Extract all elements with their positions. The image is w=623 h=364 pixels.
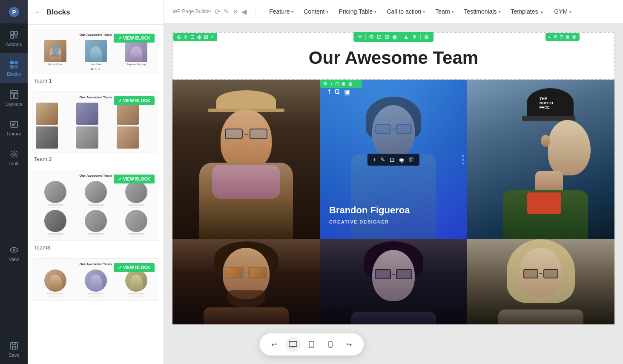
mini-person-2: Joan Doe bbox=[76, 40, 115, 66]
row-box-icon[interactable]: ⊡ bbox=[190, 34, 195, 40]
svg-rect-11 bbox=[14, 94, 18, 98]
nav-item-content[interactable]: Content ▾ bbox=[299, 0, 333, 23]
view-block-btn-team2[interactable]: ↗VIEW BLOCK bbox=[114, 96, 155, 105]
undo-button[interactable]: ↩ bbox=[267, 337, 282, 352]
nav-item-pricing[interactable]: Pricing Table ▾ bbox=[333, 0, 382, 23]
section-duplicate-icon[interactable]: ⊞ bbox=[385, 34, 389, 40]
section-up-icon[interactable]: ▲ bbox=[403, 34, 409, 40]
view-block-btn-team1[interactable]: ↗VIEW BLOCK bbox=[114, 34, 155, 43]
block-item-team1[interactable]: ↗VIEW BLOCK Our Awesome Team Michel Clar… bbox=[32, 29, 159, 85]
section-delete-icon[interactable]: 🗑 bbox=[424, 34, 429, 40]
svg-rect-2 bbox=[11, 32, 14, 34]
blocks-panel-header: ← Blocks bbox=[28, 0, 164, 25]
main-content: WP Page Builder ⟳ ✎ ✕ ◀ Feature ▾ Conten… bbox=[164, 0, 623, 364]
nav-item-cta[interactable]: Call to action ▾ bbox=[382, 0, 430, 23]
card2-plus2-icon[interactable]: + bbox=[356, 81, 358, 86]
block-item-team2[interactable]: ↗VIEW BLOCK Our Awesome Team bbox=[32, 92, 159, 163]
col-add-icon[interactable]: + bbox=[548, 34, 551, 40]
close-icon[interactable]: ✕ bbox=[233, 8, 238, 16]
top-nav: WP Page Builder ⟳ ✎ ✕ ◀ Feature ▾ Conten… bbox=[164, 0, 623, 23]
library-label: Library bbox=[7, 131, 21, 136]
card1-photo bbox=[172, 80, 320, 239]
sidebar-item-tools[interactable]: Tools bbox=[0, 143, 28, 172]
content-chevron: ▾ bbox=[326, 9, 328, 14]
svg-point-19 bbox=[311, 347, 312, 347]
row-link-icon[interactable]: ◉ bbox=[197, 34, 201, 40]
widget-link-icon[interactable]: ◉ bbox=[399, 156, 404, 163]
nav-item-gym[interactable]: GYM ▾ bbox=[549, 0, 577, 23]
widget-copy-icon[interactable]: ⊡ bbox=[390, 156, 395, 163]
row-plus-icon[interactable]: + bbox=[211, 34, 214, 40]
card2-person-role: CREATIVE DESIGNER bbox=[329, 219, 389, 224]
card2-link-icon[interactable]: ◉ bbox=[342, 81, 346, 86]
col-copy2-icon[interactable]: ⊡ bbox=[560, 34, 563, 40]
block-preview-team4: ↗VIEW BLOCK Our Awesome Team bbox=[32, 258, 159, 301]
section-wrapper: ✛ ⚙ ⊡ ⊞ ◉ ▲ ▼ 🗑 ⊕ ✛ ⊡ ◉ ⊞ bbox=[172, 32, 614, 324]
card2-settings-icon[interactable]: ⚙ bbox=[323, 81, 327, 86]
app-logo: P bbox=[0, 0, 28, 23]
section-settings-icon[interactable]: ⚙ bbox=[369, 34, 374, 40]
view-block-btn-team4[interactable]: ↗VIEW BLOCK bbox=[114, 263, 155, 272]
sidebar-item-blocks[interactable]: Blocks bbox=[0, 53, 28, 83]
widget-add-icon[interactable]: + bbox=[373, 156, 376, 163]
builder-title: WP Page Builder bbox=[172, 9, 211, 14]
team3-grid-bot bbox=[36, 210, 155, 237]
nav-item-testimonials[interactable]: Testimonials ▾ bbox=[459, 0, 506, 23]
twitch-icon[interactable]: ▣ bbox=[344, 88, 350, 96]
card2-add-icon[interactable]: + bbox=[330, 81, 333, 86]
row-settings-icon[interactable]: ✛ bbox=[184, 34, 188, 40]
collapse-icon[interactable]: ◀ bbox=[241, 8, 247, 16]
widget-edit-icon[interactable]: ✎ bbox=[380, 156, 385, 163]
col-link2-icon[interactable]: ◉ bbox=[566, 34, 570, 40]
cta-chevron: ▾ bbox=[423, 9, 425, 14]
nav-item-feature[interactable]: Feature ▾ bbox=[264, 0, 299, 23]
team-card-2[interactable]: ⚙ + ⊡ ◉ 🗑 + bbox=[320, 80, 467, 239]
builder-controls: WP Page Builder ⟳ ✎ ✕ ◀ bbox=[172, 8, 256, 16]
section-down-icon[interactable]: ▼ bbox=[412, 34, 417, 40]
facebook-icon[interactable]: f bbox=[328, 88, 330, 96]
edit-icon[interactable]: ✎ bbox=[224, 8, 229, 16]
widget-delete-icon[interactable]: 🗑 bbox=[408, 156, 414, 163]
section-copy-icon[interactable]: ⊡ bbox=[377, 34, 382, 40]
sidebar-item-library[interactable]: Library bbox=[0, 113, 28, 143]
row-add-icon[interactable]: ⊕ bbox=[177, 34, 181, 40]
block-item-team4[interactable]: ↗VIEW BLOCK Our Awesome Team bbox=[32, 258, 159, 301]
mini-person-1: Michel Clark bbox=[36, 40, 75, 66]
section-toolbar: ✛ ⚙ ⊡ ⊞ ◉ ▲ ▼ 🗑 bbox=[353, 32, 434, 42]
tools-label: Tools bbox=[9, 161, 20, 166]
sidebar-item-addons[interactable]: Addons bbox=[0, 23, 28, 53]
card2-delete-icon[interactable]: 🗑 bbox=[348, 81, 353, 86]
redo-button[interactable]: ↪ bbox=[342, 337, 357, 352]
card3-photo: THENORTHFACE bbox=[467, 80, 614, 239]
sidebar-item-save[interactable]: Save bbox=[0, 334, 28, 364]
section-link-icon[interactable]: ◉ bbox=[392, 34, 397, 40]
svg-point-15 bbox=[13, 249, 15, 251]
team-cards-row: ⚙ + ⊡ ◉ 🗑 + bbox=[172, 80, 614, 239]
page-title: Our Awesome Team bbox=[182, 48, 605, 68]
nav-item-team[interactable]: Team ▾ bbox=[430, 0, 459, 23]
save-label: Save bbox=[9, 353, 19, 358]
svg-rect-5 bbox=[10, 61, 14, 64]
team-chevron: ▾ bbox=[452, 9, 454, 14]
feature-chevron: ▾ bbox=[291, 9, 293, 14]
row-grid-icon[interactable]: ⊞ bbox=[204, 34, 208, 40]
sidebar-item-view[interactable]: View bbox=[0, 238, 28, 268]
blocks-back-button[interactable]: ← bbox=[34, 8, 42, 17]
nav-item-templates[interactable]: Templates ▲ bbox=[506, 0, 549, 23]
sidebar-item-layouts[interactable]: Layouts bbox=[0, 83, 28, 113]
mobile-button[interactable] bbox=[323, 337, 338, 352]
three-dots-menu[interactable] bbox=[460, 152, 466, 166]
view-block-btn-team3[interactable]: ↗VIEW BLOCK bbox=[114, 175, 155, 183]
refresh-icon[interactable]: ⟳ bbox=[215, 8, 220, 16]
templates-chevron: ▲ bbox=[540, 9, 544, 14]
desktop-button[interactable] bbox=[285, 337, 301, 352]
google-icon[interactable]: G bbox=[334, 88, 339, 96]
bottom-card2-photo bbox=[320, 239, 467, 324]
block-item-team3[interactable]: ↗VIEW BLOCK Our Awesome Team bbox=[32, 170, 159, 252]
col-settings2-icon[interactable]: ⚙ bbox=[553, 34, 557, 40]
col-delete2-icon[interactable]: 🗑 bbox=[572, 34, 577, 40]
section-move-icon[interactable]: ✛ bbox=[358, 34, 362, 40]
card2-name-area: Brandon Figueroa bbox=[329, 205, 410, 216]
tablet-button[interactable] bbox=[304, 337, 319, 352]
card2-copy-icon[interactable]: ⊡ bbox=[335, 81, 339, 86]
